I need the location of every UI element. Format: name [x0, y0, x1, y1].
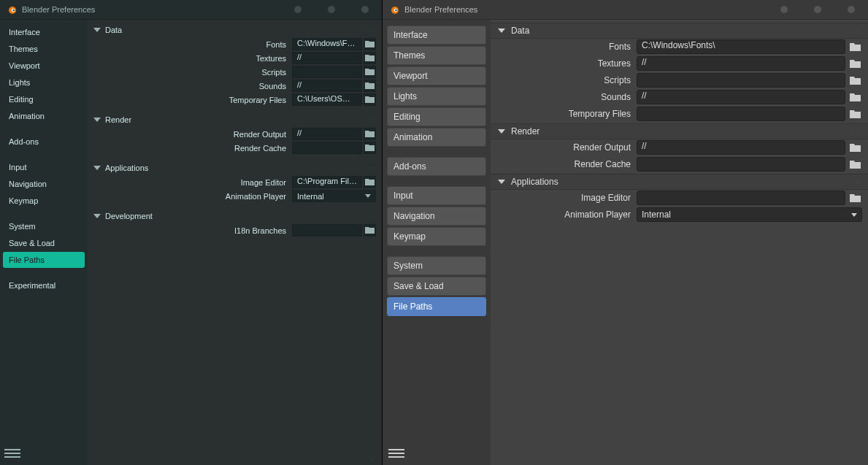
browse-folder-icon[interactable]	[364, 52, 376, 64]
browse-folder-icon[interactable]	[848, 157, 862, 172]
browse-folder-icon[interactable]	[848, 191, 862, 205]
browse-folder-icon[interactable]	[364, 224, 376, 237]
sidebar-item-lights[interactable]: Lights	[387, 87, 486, 106]
browse-folder-icon[interactable]	[848, 56, 862, 71]
minimize-icon[interactable]	[294, 6, 302, 13]
sidebar-item-themes[interactable]: Themes	[387, 46, 486, 65]
label-imageeditor: Image Editor	[88, 178, 292, 187]
maximize-icon[interactable]	[328, 6, 335, 13]
sidebar-item-keymap[interactable]: Keymap	[3, 193, 85, 209]
grip-icon[interactable]: ::::	[365, 213, 377, 220]
animationplayer-dropdown[interactable]: Internal	[292, 190, 376, 202]
rendercache-input[interactable]	[292, 142, 362, 154]
close-icon[interactable]	[361, 6, 369, 13]
sidebar-item-addons[interactable]: Add-ons	[3, 134, 85, 150]
browse-folder-icon[interactable]	[364, 38, 376, 50]
sidebar-item-editing[interactable]: Editing	[3, 91, 85, 107]
section-title: Applications	[105, 164, 148, 172]
section-title: Render	[511, 126, 539, 137]
sidebar-item-saveload[interactable]: Save & Load	[3, 235, 85, 251]
label-animationplayer: Animation Player	[491, 210, 637, 220]
browse-folder-icon[interactable]	[848, 73, 862, 88]
sidebar-item-interface[interactable]: Interface	[3, 24, 85, 40]
browse-folder-icon[interactable]	[848, 140, 862, 155]
sidebar-item-system[interactable]: System	[3, 218, 85, 234]
hamburger-menu-icon[interactable]	[4, 446, 20, 461]
section-header-data[interactable]: Data ::::	[491, 23, 868, 39]
sidebar-item-interface[interactable]: Interface	[387, 26, 486, 45]
sidebar-item-animation[interactable]: Animation	[3, 108, 85, 124]
window-title: Blender Preferences	[404, 5, 477, 14]
scripts-path-input[interactable]	[292, 66, 362, 78]
sounds-path-input[interactable]: //	[637, 90, 845, 104]
browse-folder-icon[interactable]	[364, 80, 376, 92]
preferences-window-grey: Blender Preferences Interface Themes Vie…	[383, 0, 868, 465]
imageeditor-input[interactable]	[637, 191, 845, 205]
imageeditor-input[interactable]: C:\Program Files\A...020\photoshop.exe	[292, 176, 362, 188]
label-animationplayer: Animation Player	[88, 192, 292, 201]
renderoutput-input[interactable]: //	[292, 128, 362, 140]
disclosure-triangle-icon	[93, 214, 101, 218]
close-icon[interactable]	[848, 6, 855, 13]
grip-icon[interactable]: ::::	[850, 28, 862, 34]
section-title: Data	[511, 26, 529, 36]
sidebar-item-navigation[interactable]: Navigation	[3, 176, 85, 192]
sidebar-item-viewport[interactable]: Viewport	[387, 66, 486, 85]
browse-folder-icon[interactable]	[364, 93, 376, 106]
sidebar-item-viewport[interactable]: Viewport	[3, 58, 85, 74]
textures-path-input[interactable]: //	[292, 52, 362, 64]
browse-folder-icon[interactable]	[364, 142, 376, 154]
section-header-development[interactable]: Development ::::	[88, 209, 382, 223]
fonts-path-input[interactable]: C:\Windows\Fonts\	[292, 38, 362, 50]
sidebar-item-filepaths[interactable]: File Paths	[3, 252, 85, 268]
section-header-applications[interactable]: Applications ::::	[88, 161, 382, 175]
browse-folder-icon[interactable]	[848, 39, 862, 54]
hamburger-menu-icon[interactable]	[388, 446, 404, 461]
sidebar-item-experimental[interactable]: Experimental	[3, 277, 85, 293]
animationplayer-dropdown[interactable]: Internal	[637, 207, 862, 222]
label-sounds: Sounds	[491, 92, 637, 102]
grip-icon[interactable]: ::::	[850, 179, 862, 185]
sidebar-item-input[interactable]: Input	[3, 159, 85, 175]
sidebar-item-addons[interactable]: Add-ons	[387, 157, 486, 176]
section-title: Applications	[511, 177, 558, 187]
browse-folder-icon[interactable]	[848, 90, 862, 104]
browse-folder-icon[interactable]	[848, 107, 862, 121]
section-header-render[interactable]: Render ::::	[491, 123, 868, 139]
sidebar-item-input[interactable]: Input	[387, 186, 486, 205]
sidebar-item-lights[interactable]: Lights	[3, 74, 85, 91]
grip-icon[interactable]: ::::	[365, 165, 377, 172]
renderoutput-input[interactable]: //	[637, 140, 845, 155]
grip-icon[interactable]: ::::	[850, 128, 862, 135]
tempfiles-path-input[interactable]	[637, 107, 845, 121]
scripts-path-input[interactable]	[637, 73, 845, 88]
sidebar-item-editing[interactable]: Editing	[387, 107, 486, 126]
browse-folder-icon[interactable]	[364, 128, 376, 140]
sidebar-item-system[interactable]: System	[387, 256, 486, 275]
blender-logo-icon	[6, 4, 18, 15]
sidebar-item-keymap[interactable]: Keymap	[387, 227, 486, 246]
maximize-icon[interactable]	[814, 6, 821, 13]
section-header-data[interactable]: Data ::::	[88, 23, 382, 37]
fonts-path-input[interactable]: C:\Windows\Fonts\	[637, 39, 845, 54]
rendercache-input[interactable]	[637, 157, 845, 172]
tempfiles-path-input[interactable]: C:\Users\OSW-PC\AppData\Local\Te...	[292, 93, 362, 106]
section-header-render[interactable]: Render ::::	[88, 112, 382, 127]
minimize-icon[interactable]	[780, 6, 788, 13]
sounds-path-input[interactable]: //	[292, 80, 362, 92]
textures-path-input[interactable]: //	[637, 56, 845, 71]
section-title: Development	[105, 212, 153, 220]
grip-icon[interactable]: ::::	[365, 27, 377, 34]
browse-folder-icon[interactable]	[364, 176, 376, 188]
grip-icon[interactable]: ::::	[365, 117, 377, 123]
section-header-applications[interactable]: Applications ::::	[491, 174, 868, 190]
sidebar-item-saveload[interactable]: Save & Load	[387, 277, 486, 296]
resize-handle-icon[interactable]: ⟋	[369, 453, 377, 463]
sidebar-item-animation[interactable]: Animation	[387, 128, 486, 147]
i18n-input[interactable]	[292, 224, 362, 237]
sidebar-item-themes[interactable]: Themes	[3, 41, 85, 57]
preferences-sidebar: Interface Themes Viewport Lights Editing…	[0, 20, 88, 465]
sidebar-item-filepaths[interactable]: File Paths	[387, 297, 486, 316]
browse-folder-icon[interactable]	[364, 66, 376, 78]
sidebar-item-navigation[interactable]: Navigation	[387, 207, 486, 226]
